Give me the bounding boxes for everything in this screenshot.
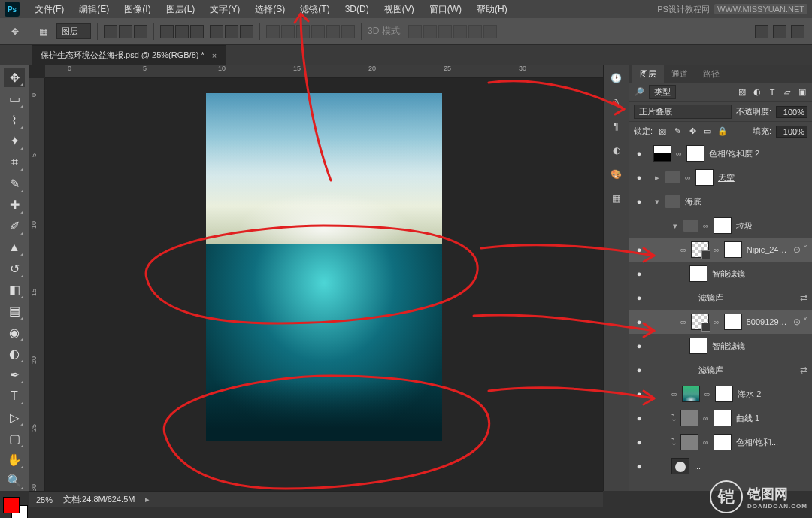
visibility-icon[interactable]: ● — [634, 269, 644, 278]
layer-thumb[interactable] — [653, 145, 671, 162]
layer-row[interactable]: ●⤵∞曲线 1 — [629, 406, 812, 430]
layer-name[interactable]: Nipic_249... — [747, 245, 789, 254]
mask-thumb[interactable] — [686, 145, 704, 162]
menu-type[interactable]: 文字(Y) — [204, 3, 246, 16]
mask-thumb[interactable] — [695, 169, 714, 186]
layer-row[interactable]: ●滤镜库⇄ — [629, 286, 812, 310]
menu-layer[interactable]: 图层(L) — [160, 3, 201, 16]
align-icon[interactable] — [134, 25, 147, 38]
twirl-icon[interactable] — [653, 173, 661, 183]
align-top-icon[interactable] — [160, 25, 174, 38]
layer-name[interactable]: 曲线 1 — [736, 413, 807, 424]
crop-tool[interactable]: ⌗ — [4, 153, 25, 172]
menu-3d[interactable]: 3D(D) — [339, 4, 375, 14]
close-icon[interactable]: × — [212, 51, 217, 60]
blur-tool[interactable]: ◉ — [4, 323, 25, 342]
menu-filter[interactable]: 滤镜(T) — [294, 3, 335, 16]
brush-tool[interactable]: ✐ — [4, 217, 25, 236]
visibility-icon[interactable]: ● — [634, 197, 644, 206]
layer-row[interactable]: ●∞∞海水-2 — [629, 382, 812, 406]
blendmode-dropdown[interactable]: 正片叠底 — [634, 105, 732, 119]
path-tool[interactable]: ▷ — [4, 407, 25, 427]
layer-name[interactable]: 智能滤镜 — [712, 268, 807, 280]
distribute-icon[interactable] — [326, 25, 340, 38]
layer-thumb[interactable] — [665, 171, 680, 183]
layer-name[interactable]: 50091292... — [747, 317, 789, 326]
visibility-icon[interactable]: ● — [634, 462, 644, 471]
mask-thumb[interactable] — [724, 241, 742, 258]
fill-value[interactable]: 100% — [776, 126, 807, 138]
layer-name[interactable]: 色相/饱和度 2 — [709, 148, 807, 159]
para-icon[interactable]: ¶ — [609, 119, 624, 134]
layer-row[interactable]: ∞垃圾 — [629, 214, 812, 238]
distribute-icon[interactable] — [296, 25, 310, 38]
visibility-icon[interactable]: ● — [634, 317, 644, 326]
layer-thumb[interactable] — [683, 220, 698, 232]
layer-filter-dropdown[interactable]: 类型 — [649, 85, 676, 99]
mask-thumb[interactable] — [714, 410, 732, 426]
share-icon[interactable] — [791, 25, 804, 38]
color-swatches[interactable] — [3, 497, 20, 513]
wand-tool[interactable]: ✦ — [4, 132, 25, 151]
menu-image[interactable]: 图像(I) — [118, 3, 156, 16]
layer-row[interactable]: ●海底 — [629, 189, 812, 214]
align-left-icon[interactable] — [210, 25, 223, 38]
layer-name[interactable]: 色相/饱和... — [736, 437, 807, 448]
visibility-icon[interactable]: ● — [634, 341, 644, 350]
layer-thumb[interactable] — [680, 410, 698, 426]
history-icon[interactable]: 🕑 — [609, 71, 624, 86]
layer-name[interactable]: 滤镜库 — [698, 365, 795, 376]
lasso-tool[interactable]: ⌇ — [4, 111, 25, 130]
mask-thumb[interactable] — [724, 314, 742, 330]
layer-row[interactable]: ●∞∞50091292...⊙ ˅ — [629, 310, 812, 334]
tab-channels[interactable]: 通道 — [664, 65, 695, 83]
foreground-color[interactable] — [3, 497, 20, 513]
menu-file[interactable]: 文件(F) — [29, 3, 70, 16]
filter-toggle-icon[interactable]: ⇄ — [800, 365, 807, 375]
marquee-tool[interactable]: ▭ — [4, 89, 25, 108]
healing-tool[interactable]: ✚ — [4, 195, 25, 215]
align-mid-icon[interactable] — [175, 25, 189, 38]
layer-row[interactable]: ●滤镜库⇄ — [629, 358, 812, 382]
smart-filter-icon[interactable]: ⊙ ˅ — [793, 244, 807, 255]
background-color[interactable] — [11, 505, 28, 518]
mask-thumb[interactable] — [715, 386, 733, 402]
visibility-icon[interactable]: ● — [634, 149, 644, 158]
lock-art-icon[interactable]: ▭ — [702, 126, 713, 137]
layer-row[interactable]: ●... — [629, 454, 812, 478]
filter-pixel-icon[interactable]: ▧ — [737, 87, 747, 98]
type-tool[interactable]: T — [4, 386, 25, 406]
align-right-icon[interactable] — [240, 25, 253, 38]
char-icon[interactable]: 𝙰 — [609, 95, 624, 110]
autoselect-icon[interactable]: ▦ — [35, 24, 50, 39]
layer-name[interactable]: 垃圾 — [736, 220, 807, 232]
zoom-tool[interactable]: 🔍 — [4, 471, 25, 491]
tab-layers[interactable]: 图层 — [632, 65, 664, 83]
zoom-value[interactable]: 25% — [36, 495, 53, 504]
layer-thumb[interactable] — [680, 434, 698, 450]
visibility-icon[interactable]: ● — [634, 173, 644, 182]
move-tool[interactable]: ✥ — [4, 68, 25, 87]
color-icon[interactable]: ◐ — [609, 143, 624, 158]
distribute-icon[interactable] — [266, 25, 280, 38]
layer-thumb[interactable] — [682, 386, 700, 402]
lock-pos-icon[interactable]: ✥ — [687, 126, 698, 137]
visibility-icon[interactable]: ● — [634, 413, 644, 423]
layer-row[interactable]: ●∞天空 — [629, 165, 812, 189]
visibility-icon[interactable]: ● — [634, 245, 644, 254]
autoselect-dropdown[interactable]: 图层 — [56, 23, 91, 39]
menu-view[interactable]: 视图(V) — [378, 3, 420, 16]
layer-thumb[interactable] — [665, 195, 680, 208]
lock-brush-icon[interactable]: ✎ — [672, 126, 683, 137]
stamp-tool[interactable]: ▲ — [4, 238, 25, 257]
dodge-tool[interactable]: ◐ — [4, 344, 25, 363]
layer-name[interactable]: 海水-2 — [738, 389, 807, 400]
menu-help[interactable]: 帮助(H) — [471, 3, 514, 16]
align-bot-icon[interactable] — [190, 25, 204, 38]
mask-thumb[interactable] — [714, 434, 732, 450]
visibility-icon[interactable]: ● — [634, 389, 644, 398]
layer-name[interactable]: 滤镜库 — [698, 292, 795, 304]
swatches-icon[interactable]: 🎨 — [609, 167, 624, 182]
eyedropper-tool[interactable]: ✎ — [4, 174, 25, 193]
lock-all-icon[interactable]: 🔒 — [717, 126, 728, 137]
